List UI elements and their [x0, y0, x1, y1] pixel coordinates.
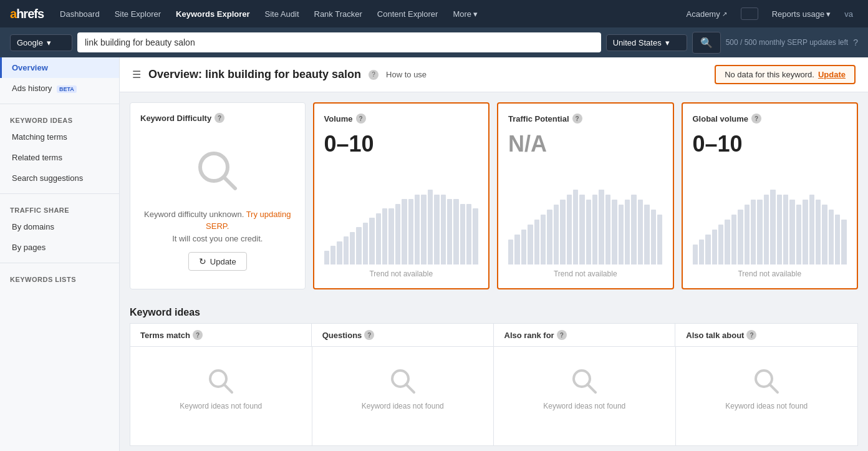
chart-bar	[718, 225, 723, 264]
chart-bar	[605, 195, 610, 264]
questions-help-icon[interactable]: ?	[364, 330, 374, 340]
chart-bar	[809, 195, 814, 264]
chart-bar	[344, 236, 349, 264]
sidebar-item-ads-history[interactable]: Ads history BETA	[0, 78, 119, 99]
chart-bar	[521, 230, 526, 264]
nav-dashboard[interactable]: Dashboard	[54, 7, 106, 21]
chart-bar	[330, 246, 335, 264]
chart-bar	[705, 235, 710, 264]
chart-bar	[415, 195, 420, 265]
nav-content-explorer[interactable]: Content Explorer	[371, 7, 445, 21]
reports-usage[interactable]: Reports usage ▾	[766, 7, 837, 21]
chart-bar	[731, 215, 736, 264]
chart-bar	[534, 220, 539, 264]
chart-bar	[541, 215, 546, 264]
nav-academy[interactable]: Academy ↗	[680, 7, 733, 21]
no-data-banner: No data for this keyword. Update	[715, 65, 856, 84]
chart-bar	[388, 208, 393, 264]
card-gv-title: Global volume ?	[693, 114, 847, 124]
search-bar: Google ▾ United States ▾ 🔍 500 / 500 mon…	[0, 27, 868, 57]
sidebar-item-overview[interactable]: Overview	[0, 57, 119, 78]
tp-help-icon[interactable]: ?	[572, 114, 582, 124]
ideas-empty-also-rank-for: Keyword ideas not found	[494, 347, 676, 445]
chart-bar	[428, 190, 433, 264]
chart-bar	[466, 204, 471, 265]
nav-more[interactable]: More ▾	[446, 7, 484, 21]
nav-site-audit[interactable]: Site Audit	[259, 7, 306, 21]
nav-keywords-explorer[interactable]: Keywords Explorer	[170, 7, 256, 21]
col-header-also-talk-about: Also talk about ?	[676, 324, 857, 346]
card-volume: Volume ? 0–10 Trend not available	[313, 102, 490, 289]
col-header-also-rank-for: Also rank for ?	[494, 324, 676, 346]
chart-bar	[560, 200, 565, 264]
engine-select[interactable]: Google ▾	[10, 34, 72, 51]
sidebar-item-matching-terms[interactable]: Matching terms	[0, 127, 119, 147]
kd-help-icon[interactable]: ?	[215, 113, 224, 123]
chevron-down-icon-country: ▾	[665, 38, 670, 47]
volume-help-icon[interactable]: ?	[356, 114, 366, 124]
card-volume-value: 0–10	[324, 131, 479, 157]
chart-bar	[745, 205, 750, 264]
logo-a: a	[10, 7, 16, 21]
chart-bar	[447, 199, 452, 264]
nav-rank-tracker[interactable]: Rank Tracker	[308, 7, 369, 21]
card-volume-chart: Trend not available	[324, 165, 479, 278]
sidebar-item-search-suggestions[interactable]: Search suggestions	[0, 168, 119, 188]
keyword-ideas-section: Keyword ideas Terms match ? Questions ? …	[120, 299, 868, 451]
ideas-empty-terms-match: Keyword ideas not found	[130, 347, 312, 445]
chart-bar	[337, 241, 342, 265]
nav-site-explorer[interactable]: Site Explorer	[109, 7, 167, 21]
extension-icon[interactable]	[741, 7, 758, 20]
chart-bar	[770, 190, 775, 264]
chart-bar	[599, 190, 604, 264]
svg-line-7	[587, 384, 596, 392]
chart-bar	[324, 251, 329, 265]
chart-bar	[441, 195, 446, 265]
no-data-update-link[interactable]: Update	[818, 70, 846, 79]
no-data-text: No data for this keyword.	[725, 70, 814, 79]
search-input[interactable]	[77, 32, 601, 52]
ideas-empty-also-talk-about: Keyword ideas not found	[676, 347, 858, 445]
divider-1	[0, 104, 119, 104]
country-select[interactable]: United States ▾	[606, 34, 687, 51]
chart-bar	[592, 195, 597, 264]
svg-line-1	[224, 177, 235, 188]
card-traffic-potential: Traffic Potential ? N/A Trend not availa…	[497, 102, 674, 289]
chart-bar	[586, 200, 591, 264]
chart-bar	[408, 199, 413, 264]
tp-chart-bars	[508, 190, 663, 264]
sidebar-item-related-terms[interactable]: Related terms	[0, 147, 119, 168]
chart-bar	[612, 200, 617, 264]
menu-icon[interactable]: ☰	[132, 69, 141, 80]
chart-bar	[460, 204, 465, 265]
kd-update-button[interactable]: ↻ Update	[188, 252, 247, 271]
chart-bar	[579, 195, 584, 264]
chart-bar	[829, 210, 834, 264]
svg-line-9	[769, 384, 778, 392]
chart-bar	[644, 205, 649, 264]
card-kd-title: Keyword Difficulty ?	[140, 113, 295, 123]
user-initial[interactable]: va	[839, 7, 858, 21]
also-rank-help-icon[interactable]: ?	[557, 330, 567, 340]
also-talk-help-icon[interactable]: ?	[746, 330, 756, 340]
sidebar-item-by-pages[interactable]: By pages	[0, 237, 119, 258]
chevron-down-icon-engine: ▾	[47, 38, 51, 47]
chart-bar	[382, 208, 387, 264]
search-button[interactable]: 🔍	[692, 32, 721, 54]
chart-bar	[712, 230, 717, 264]
chart-bar	[751, 200, 756, 264]
page-help-icon[interactable]: ?	[369, 70, 379, 80]
chart-bar	[369, 218, 374, 264]
how-to-use-link[interactable]: How to use	[386, 70, 427, 79]
terms-match-help-icon[interactable]: ?	[193, 330, 203, 340]
chart-bar	[508, 240, 513, 264]
keyword-ideas-header: Terms match ? Questions ? Also rank for …	[130, 323, 858, 346]
sidebar-section-traffic-share: Traffic share	[0, 199, 119, 216]
serp-help-icon[interactable]: ?	[853, 37, 858, 47]
gv-help-icon[interactable]: ?	[751, 114, 761, 124]
svg-line-3	[224, 384, 232, 392]
sidebar-item-by-domains[interactable]: By domains	[0, 216, 119, 237]
chart-bar	[796, 205, 801, 264]
logo[interactable]: ahrefs	[10, 7, 44, 21]
chart-bar	[757, 200, 762, 264]
